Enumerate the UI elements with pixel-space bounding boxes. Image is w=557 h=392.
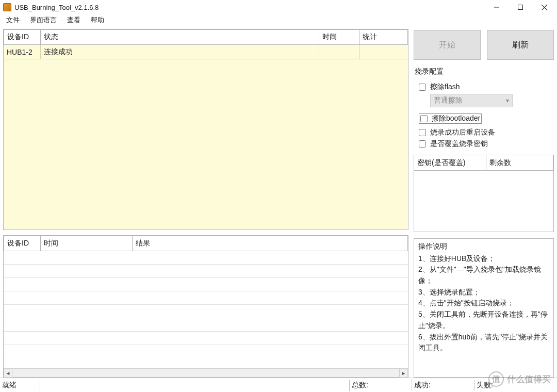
erase-bootloader-input[interactable] — [420, 115, 428, 122]
close-icon — [542, 5, 547, 10]
device-header-state[interactable]: 状态 — [41, 29, 319, 45]
erase-flash-input[interactable] — [419, 84, 426, 91]
chevron-down-icon: ▾ — [506, 97, 509, 104]
erase-bootloader-checkbox[interactable]: 擦除bootloader — [419, 113, 482, 124]
erase-bootloader-label: 擦除bootloader — [432, 114, 480, 123]
key-header-key[interactable]: 密钥(是否覆盖) — [414, 155, 486, 171]
minimize-button[interactable] — [485, 0, 509, 14]
device-cell-stat — [359, 45, 408, 59]
result-header-result[interactable]: 结果 — [133, 236, 408, 251]
scroll-right-icon[interactable]: ► — [399, 369, 408, 378]
start-button[interactable]: 开始 — [414, 30, 481, 60]
window-title: USB_Burning_Tool_v2.1.6.8 — [14, 4, 99, 11]
minimize-icon — [494, 5, 499, 10]
reboot-after-label: 烧录成功后重启设备 — [430, 128, 495, 137]
instruction-line: 4、点击"开始"按钮启动烧录； — [418, 298, 549, 309]
device-table-body: HUB1-2 连接成功 — [4, 45, 408, 230]
scroll-left-icon[interactable]: ◄ — [4, 369, 12, 378]
device-header-id[interactable]: 设备ID — [4, 29, 41, 45]
reboot-after-checkbox[interactable]: 烧录成功后重启设备 — [419, 128, 551, 137]
maximize-button[interactable] — [509, 0, 532, 14]
result-scrollbar[interactable]: ◄ ► — [4, 368, 408, 377]
key-table: 密钥(是否覆盖) 剩余数 — [414, 155, 554, 232]
instruction-line: 1、连接好HUB及设备； — [418, 253, 549, 265]
instruction-line: 5、关闭工具前，先断开设备连接，再"停止"烧录。 — [418, 309, 549, 331]
key-header-remain[interactable]: 剩余数 — [486, 155, 553, 171]
erase-flash-label: 擦除flash — [430, 83, 460, 92]
device-row[interactable]: HUB1-2 连接成功 — [4, 45, 408, 59]
erase-mode-value: 普通擦除 — [434, 96, 463, 105]
overwrite-key-input[interactable] — [419, 140, 426, 148]
status-total: 总数: — [350, 380, 412, 391]
result-table: 设备ID 时间 结果 ◄ ► — [3, 235, 408, 378]
device-cell-id: HUB1-2 — [4, 45, 41, 59]
device-header-stat[interactable]: 统计 — [359, 29, 408, 45]
client-area: 设备ID 状态 时间 统计 HUB1-2 连接成功 — [0, 27, 557, 378]
menu-bar: 文件 界面语言 查看 帮助 — [0, 14, 557, 27]
config-title: 烧录配置 — [415, 67, 554, 76]
erase-mode-select[interactable]: 普通擦除 ▾ — [430, 94, 513, 107]
device-cell-time — [319, 45, 359, 59]
instruction-line: 2、从"文件"—"导入烧录包"加载烧录镜像； — [418, 264, 549, 286]
overwrite-key-label: 是否覆盖烧录密钥 — [430, 139, 488, 149]
close-button[interactable] — [532, 0, 556, 14]
svg-rect-1 — [518, 5, 523, 10]
overwrite-key-checkbox[interactable]: 是否覆盖烧录密钥 — [419, 139, 551, 149]
instruction-line: 6、拔出外置hub前，请先"停止"烧录并关闭工具。 — [418, 332, 549, 354]
device-table: 设备ID 状态 时间 统计 HUB1-2 连接成功 — [3, 29, 408, 230]
instructions-panel: 操作说明 1、连接好HUB及设备； 2、从"文件"—"导入烧录包"加载烧录镜像；… — [414, 238, 554, 378]
result-table-body — [4, 251, 408, 368]
maximize-icon — [518, 5, 523, 10]
menu-language[interactable]: 界面语言 — [25, 14, 62, 26]
refresh-button[interactable]: 刷新 — [487, 30, 554, 60]
status-ready: 就绪 — [0, 380, 40, 391]
menu-file[interactable]: 文件 — [1, 14, 25, 26]
status-bar: 就绪 总数: 成功: 失败: — [0, 378, 557, 392]
menu-view[interactable]: 查看 — [62, 14, 86, 26]
app-window: USB_Burning_Tool_v2.1.6.8 文件 界面语言 查看 帮助 … — [0, 0, 557, 392]
instructions-title: 操作说明 — [418, 241, 549, 252]
menu-help[interactable]: 帮助 — [86, 14, 109, 26]
device-cell-state: 连接成功 — [41, 45, 319, 59]
app-icon — [3, 3, 11, 11]
result-header-time[interactable]: 时间 — [41, 236, 133, 251]
title-bar: USB_Burning_Tool_v2.1.6.8 — [0, 0, 557, 14]
config-panel: 擦除flash 普通擦除 ▾ 擦除bootloader — [414, 79, 554, 155]
device-header-time[interactable]: 时间 — [319, 29, 359, 45]
result-header-id[interactable]: 设备ID — [4, 236, 41, 251]
reboot-after-input[interactable] — [419, 129, 426, 136]
instruction-line: 3、选择烧录配置； — [418, 287, 549, 298]
status-fail: 失败: — [474, 380, 557, 391]
status-success: 成功: — [412, 380, 474, 391]
erase-flash-checkbox[interactable]: 擦除flash — [419, 83, 551, 92]
